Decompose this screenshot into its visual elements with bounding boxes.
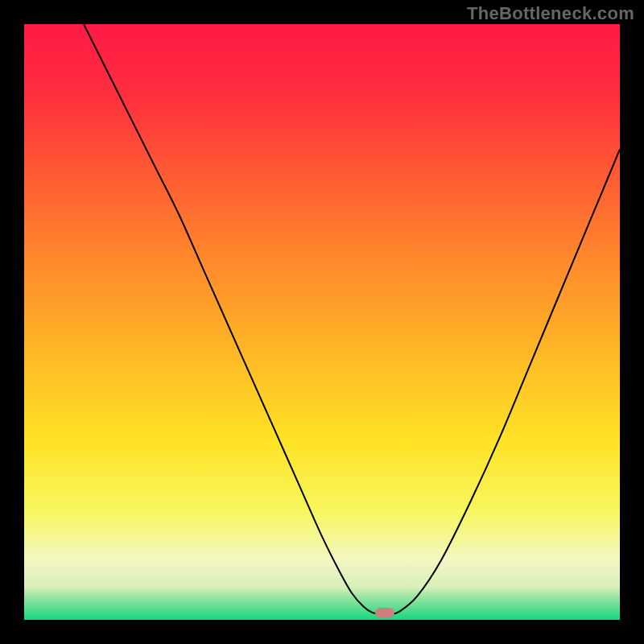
chart-svg xyxy=(24,24,620,620)
gradient-background xyxy=(24,24,620,620)
watermark-text: TheBottleneck.com xyxy=(467,3,634,24)
chart-container: TheBottleneck.com xyxy=(0,0,644,644)
optimum-marker xyxy=(375,608,394,617)
plot-area xyxy=(24,24,620,620)
